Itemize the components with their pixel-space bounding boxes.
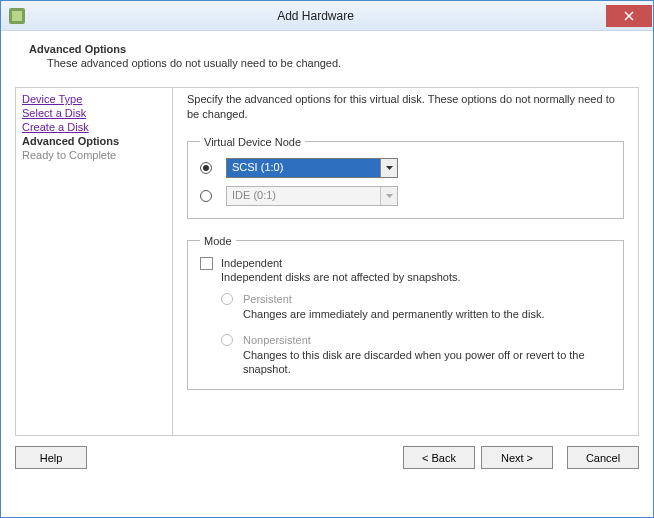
nonpersistent-label: Nonpersistent xyxy=(243,334,311,346)
ide-combo: IDE (0:1) xyxy=(226,186,398,206)
header-subtitle: These advanced options do not usually ne… xyxy=(47,57,633,69)
step-create-a-disk[interactable]: Create a Disk xyxy=(22,120,166,134)
step-ready-to-complete: Ready to Complete xyxy=(22,148,166,162)
persistent-desc: Changes are immediately and permanently … xyxy=(243,307,611,322)
step-advanced-options: Advanced Options xyxy=(22,134,166,148)
wizard-header: Advanced Options These advanced options … xyxy=(1,31,653,81)
mode-group: Mode Independent Independent disks are n… xyxy=(187,235,624,391)
back-button[interactable]: < Back xyxy=(403,446,475,469)
scsi-combo[interactable]: SCSI (1:0) xyxy=(226,158,398,178)
wizard-steps-sidebar: Device Type Select a Disk Create a Disk … xyxy=(15,88,173,436)
independent-checkbox[interactable] xyxy=(200,257,213,270)
next-button[interactable]: Next > xyxy=(481,446,553,469)
ide-combo-value: IDE (0:1) xyxy=(227,187,380,205)
scsi-combo-value: SCSI (1:0) xyxy=(227,159,380,177)
help-button[interactable]: Help xyxy=(15,446,87,469)
nonpersistent-radio xyxy=(221,334,233,346)
virtual-device-node-legend: Virtual Device Node xyxy=(200,136,305,148)
close-button[interactable] xyxy=(606,5,652,27)
wizard-main-panel: Specify the advanced options for this vi… xyxy=(173,88,639,436)
instruction-text: Specify the advanced options for this vi… xyxy=(187,92,624,122)
mode-legend: Mode xyxy=(200,235,236,247)
step-select-a-disk[interactable]: Select a Disk xyxy=(22,106,166,120)
close-icon xyxy=(624,11,634,21)
vsphere-icon xyxy=(9,8,25,24)
virtual-device-node-group: Virtual Device Node SCSI (1:0) IDE (0:1) xyxy=(187,136,624,219)
nonpersistent-desc: Changes to this disk are discarded when … xyxy=(243,348,611,378)
cancel-button[interactable]: Cancel xyxy=(567,446,639,469)
independent-desc: Independent disks are not affected by sn… xyxy=(221,271,611,283)
chevron-down-icon xyxy=(380,187,397,205)
title-bar: Add Hardware xyxy=(1,1,653,31)
independent-label: Independent xyxy=(221,257,282,269)
window-title: Add Hardware xyxy=(25,9,606,23)
ide-radio[interactable] xyxy=(200,190,212,202)
header-title: Advanced Options xyxy=(29,43,633,55)
step-device-type[interactable]: Device Type xyxy=(22,92,166,106)
chevron-down-icon[interactable] xyxy=(380,159,397,177)
persistent-label: Persistent xyxy=(243,293,292,305)
wizard-footer: Help < Back Next > Cancel xyxy=(1,436,653,469)
scsi-radio[interactable] xyxy=(200,162,212,174)
persistent-radio xyxy=(221,293,233,305)
